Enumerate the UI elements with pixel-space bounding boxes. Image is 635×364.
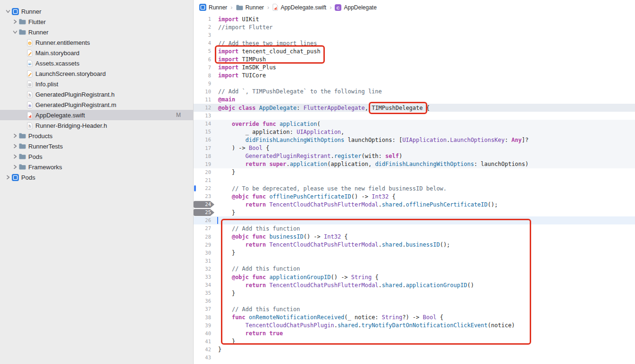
line-number[interactable]: 17 — [194, 145, 214, 152]
line-number[interactable]: 26 — [194, 217, 214, 224]
code-line-33[interactable]: 33 @objc func applicationGroupID() -> St… — [194, 273, 635, 281]
code-line-15[interactable]: 15 _ application: UIApplication, — [194, 128, 635, 136]
code-line-25[interactable]: 25 } — [194, 208, 635, 216]
code-line-8[interactable]: 8import TUICore — [194, 72, 635, 80]
code-line-13[interactable]: 13 — [194, 112, 635, 120]
line-number[interactable]: 40 — [194, 330, 214, 337]
line-number[interactable]: 38 — [194, 314, 214, 321]
line-number[interactable]: 41 — [194, 338, 214, 345]
code-line-21[interactable]: 21 — [194, 176, 635, 184]
breakpoint-line-number[interactable]: 25 — [194, 209, 214, 216]
code-line-32[interactable]: 32 // Add this function — [194, 265, 635, 273]
disclosure-chevron-icon[interactable] — [12, 143, 18, 149]
line-number[interactable]: 8 — [194, 72, 214, 79]
code-line-27[interactable]: 27 // Add this function — [194, 224, 635, 232]
line-number[interactable]: 22 — [194, 185, 214, 192]
code-line-22[interactable]: 22 // To be deprecated, please use the n… — [194, 184, 635, 192]
disclosure-chevron-icon[interactable] — [12, 133, 18, 139]
line-number[interactable]: 2 — [194, 24, 214, 31]
code-line-43[interactable]: 43 — [194, 354, 635, 362]
code-line-42[interactable]: 42} — [194, 346, 635, 354]
breakpoint-line-number[interactable]: 24 — [194, 201, 214, 208]
line-number[interactable]: 32 — [194, 265, 214, 273]
sidebar-item-runnertests[interactable]: RunnerTests — [0, 141, 193, 151]
line-number[interactable]: 23 — [194, 193, 214, 200]
line-number[interactable]: 4 — [194, 40, 214, 47]
breadcrumb-item-runner[interactable]: Runner — [236, 4, 264, 11]
code-line-34[interactable]: 34 return TencentCloudChatPushFlutterMod… — [194, 281, 635, 289]
disclosure-chevron-icon[interactable] — [12, 164, 18, 170]
line-number[interactable]: 21 — [194, 177, 214, 184]
code-line-31[interactable]: 31 — [194, 257, 635, 265]
sidebar-item-runner-entitlements[interactable]: Runner.entitlements — [0, 37, 193, 48]
code-line-17[interactable]: 17 ) -> Bool { — [194, 144, 635, 152]
code-line-19[interactable]: 19 return super.application(application,… — [194, 160, 635, 168]
line-number[interactable]: 15 — [194, 128, 214, 135]
code-line-30[interactable]: 30 } — [194, 249, 635, 257]
sidebar-item-runner-bridging-header-h[interactable]: hRunner-Bridging-Header.h — [0, 120, 193, 131]
sidebar-item-frameworks[interactable]: Frameworks — [0, 162, 193, 172]
disclosure-chevron-icon[interactable] — [12, 19, 18, 25]
line-number[interactable]: 12 — [194, 104, 214, 111]
code-line-40[interactable]: 40 return true — [194, 330, 635, 338]
line-number[interactable]: 6 — [194, 56, 214, 63]
line-number[interactable]: 39 — [194, 322, 214, 329]
line-number[interactable]: 43 — [194, 354, 214, 361]
sidebar-item-appdelegate-swift[interactable]: AppDelegate.swiftM — [0, 110, 193, 120]
line-number[interactable]: 19 — [194, 161, 214, 168]
line-number[interactable]: 20 — [194, 169, 214, 176]
line-number[interactable]: 28 — [194, 233, 214, 240]
line-number[interactable]: 1 — [194, 16, 214, 23]
line-number[interactable]: 30 — [194, 249, 214, 256]
disclosure-chevron-icon[interactable] — [12, 29, 18, 35]
line-number[interactable]: 35 — [194, 290, 214, 297]
line-number[interactable]: 31 — [194, 257, 214, 265]
line-number[interactable]: 33 — [194, 273, 214, 281]
line-number[interactable]: 34 — [194, 281, 214, 289]
line-number[interactable]: 37 — [194, 306, 214, 313]
sidebar-item-info-plist[interactable]: Info.plist — [0, 79, 193, 89]
code-line-6[interactable]: 6import TIMPush — [194, 55, 635, 63]
code-line-36[interactable]: 36 — [194, 297, 635, 305]
line-number[interactable]: 7 — [194, 64, 214, 71]
breadcrumb-item-appdelegate[interactable]: CAppDelegate — [335, 4, 376, 11]
code-line-2[interactable]: 2//import Flutter — [194, 23, 635, 31]
sidebar-item-runner[interactable]: Runner — [0, 6, 193, 17]
code-line-18[interactable]: 18 GeneratedPluginRegistrant.register(wi… — [194, 152, 635, 160]
sidebar-item-flutter[interactable]: Flutter — [0, 17, 193, 27]
code-line-11[interactable]: 11@main — [194, 96, 635, 104]
code-line-14[interactable]: 14 override func application( — [194, 120, 635, 128]
sidebar-item-main-storyboard[interactable]: Main.storyboard — [0, 48, 193, 58]
code-line-16[interactable]: 16 didFinishLaunchingWithOptions launchO… — [194, 136, 635, 144]
line-number[interactable]: 13 — [194, 112, 214, 119]
disclosure-chevron-icon[interactable] — [5, 8, 11, 14]
line-number[interactable]: 16 — [194, 136, 214, 143]
sidebar-item-runner[interactable]: Runner — [0, 27, 193, 37]
code-line-12[interactable]: 12@objc class AppDelegate: FlutterAppDel… — [194, 104, 635, 112]
code-line-7[interactable]: 7import ImSDK_Plus — [194, 64, 635, 72]
disclosure-chevron-icon[interactable] — [5, 174, 11, 180]
code-area[interactable]: 1import UIKit2//import Flutter34// Add t… — [194, 15, 635, 362]
line-number[interactable]: 9 — [194, 80, 214, 87]
code-line-3[interactable]: 3 — [194, 31, 635, 39]
code-line-26[interactable]: 26 — [194, 216, 635, 224]
sidebar-item-pods[interactable]: Pods — [0, 151, 193, 162]
code-line-5[interactable]: 5import tencent_cloud_chat_push — [194, 47, 635, 55]
sidebar-item-assets-xcassets[interactable]: Assets.xcassets — [0, 58, 193, 68]
line-number[interactable]: 36 — [194, 298, 214, 305]
code-line-28[interactable]: 28 @objc func businessID() -> Int32 { — [194, 233, 635, 241]
code-line-1[interactable]: 1import UIKit — [194, 15, 635, 23]
breadcrumb-item-runner[interactable]: Runner — [199, 4, 227, 11]
code-line-4[interactable]: 4// Add these two import lines — [194, 39, 635, 47]
code-line-10[interactable]: 10// Add `, TIMPushDelegate` to the foll… — [194, 88, 635, 96]
line-number[interactable]: 14 — [194, 120, 214, 127]
sidebar-item-generatedpluginregistrant-m[interactable]: mGeneratedPluginRegistrant.m — [0, 99, 193, 110]
line-number[interactable]: 27 — [194, 225, 214, 232]
line-number[interactable]: 11 — [194, 96, 214, 103]
line-number[interactable]: 42 — [194, 346, 214, 353]
code-line-41[interactable]: 41 } — [194, 338, 635, 346]
line-number[interactable]: 29 — [194, 241, 214, 248]
code-line-23[interactable]: 23 @objc func offlinePushCertificateID()… — [194, 192, 635, 200]
breadcrumb-item-appdelegate-swift[interactable]: AppDelegate.swift — [272, 4, 326, 11]
disclosure-chevron-icon[interactable] — [12, 154, 18, 159]
